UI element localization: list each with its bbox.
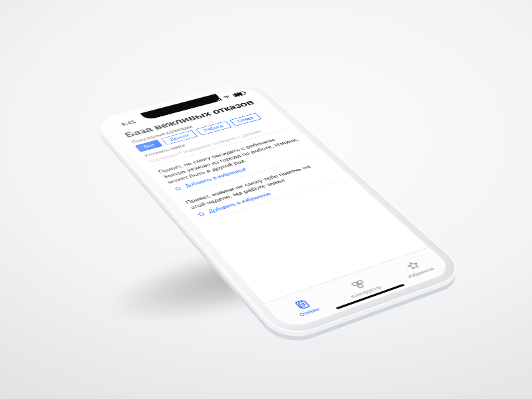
battery-icon	[232, 91, 247, 97]
svg-point-0	[227, 98, 228, 98]
wifi-icon	[221, 94, 233, 100]
svg-rect-5	[357, 284, 364, 288]
status-time: 9:41	[120, 120, 137, 127]
